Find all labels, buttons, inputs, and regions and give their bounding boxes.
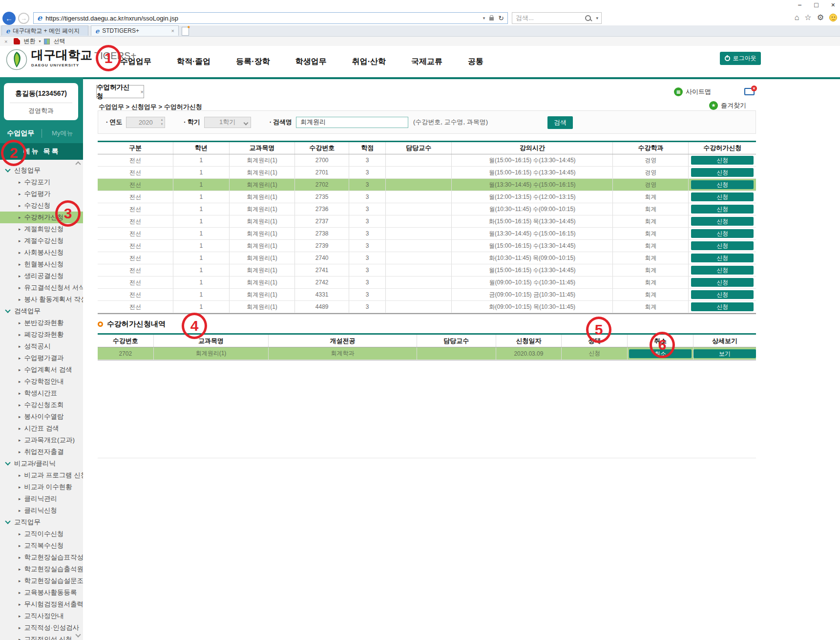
apply-button[interactable]: 신청 bbox=[691, 217, 754, 226]
apply-button[interactable]: 신청 bbox=[691, 180, 754, 189]
apply-button[interactable]: 신청 bbox=[691, 229, 754, 238]
table-row[interactable]: 2702회계원리(1)회계학과2020.03.09신청취소보기 bbox=[98, 347, 756, 360]
table-row[interactable]: 전선1회계원리(1)27423월(09:00~10:15) 수(10:30~11… bbox=[98, 277, 756, 289]
menu-item[interactable]: ▸교직사정안내 bbox=[0, 610, 83, 622]
menu-group[interactable]: 검색업무 bbox=[0, 305, 83, 317]
tab-close-icon[interactable]: × bbox=[171, 28, 174, 34]
browser-search-box[interactable]: 검색... ▾ bbox=[512, 12, 602, 24]
menu-item[interactable]: ▸학생시간표 bbox=[0, 387, 83, 399]
apply-button[interactable]: 신청 bbox=[691, 302, 754, 311]
select-button[interactable]: 선택 bbox=[53, 37, 65, 45]
table-row[interactable]: 전선1회계원리(1)27403화(10:30~11:45) 목(09:00~10… bbox=[98, 252, 756, 264]
menu-item[interactable]: ▸헌혈봉사신청 bbox=[0, 258, 83, 270]
table-row[interactable]: 전선1회계원리(1)27353월(12:00~13:15) 수(12:00~13… bbox=[98, 191, 756, 203]
sidebar-tab-mymenu[interactable]: My메뉴 bbox=[42, 129, 84, 138]
search-button[interactable]: 검색 bbox=[547, 116, 573, 129]
menu-item[interactable]: ▸학교현장실습설문조사 bbox=[0, 575, 83, 587]
sidebar-tab-work[interactable]: 수업업무 bbox=[0, 129, 42, 138]
menu-item[interactable]: ▸유고결석신청서 서식 bbox=[0, 282, 83, 294]
apply-button[interactable]: 신청 bbox=[691, 192, 754, 201]
url-dropdown-icon[interactable]: ▾ bbox=[483, 16, 485, 21]
close-button[interactable]: × bbox=[831, 1, 835, 9]
logout-button[interactable]: 로그아웃 bbox=[720, 52, 761, 65]
menu-item[interactable]: ▸교직적성·인성검사 bbox=[0, 622, 83, 634]
search-icon[interactable] bbox=[585, 15, 591, 21]
page-tab[interactable]: 수업허가신청 × bbox=[96, 85, 144, 98]
term-select[interactable]: 1학기 bbox=[204, 117, 251, 128]
menu-item[interactable]: ▸수업평가결과 bbox=[0, 352, 83, 364]
table-row[interactable]: 전선1회계원리(1)44893화(09:00~10:15) 목(10:30~11… bbox=[98, 301, 756, 313]
menu-item[interactable]: ▸수업평가 bbox=[0, 188, 83, 200]
menu-item[interactable]: ▸계절수강신청 bbox=[0, 235, 83, 247]
menu-item[interactable]: ▸클리닉관리 bbox=[0, 493, 83, 505]
spinner-up-icon[interactable]: ▲ bbox=[160, 118, 163, 122]
table-row[interactable]: 전선1회계원리(1)27003월(15:00~16:15) 수(13:30~14… bbox=[98, 154, 756, 167]
table-row[interactable]: 전선1회계원리(1)27023월(13:30~14:45) 수(15:00~16… bbox=[98, 179, 756, 191]
table-row[interactable]: 전선1회계원리(1)27413월(15:00~16:15) 수(13:30~14… bbox=[98, 264, 756, 277]
menu-item[interactable]: ▸수강포기 bbox=[0, 176, 83, 188]
nav-item[interactable]: 국제교류 bbox=[411, 57, 442, 67]
menu-item[interactable]: ▸수업계획서 검색 bbox=[0, 364, 83, 376]
menu-item[interactable]: ▸비교과 이수현황 bbox=[0, 481, 83, 493]
menu-item[interactable]: ▸수강신청조회 bbox=[0, 399, 83, 411]
menu-item[interactable]: ▸봉사 활동계획서 작성 bbox=[0, 294, 83, 305]
apply-button[interactable]: 신청 bbox=[691, 156, 754, 165]
menu-item[interactable]: ▸학교현장실습표작성 bbox=[0, 552, 83, 563]
menu-item[interactable]: ▸학교현장실습출석원 bbox=[0, 563, 83, 575]
menu-item[interactable]: ▸클리닉신청 bbox=[0, 505, 83, 516]
menu-item[interactable]: ▸시간표 검색 bbox=[0, 423, 83, 434]
table-row[interactable]: 전선1회계원리(1)27393월(15:00~16:15) 수(13:30~14… bbox=[98, 240, 756, 252]
menu-item[interactable]: ▸분반강좌현황 bbox=[0, 317, 83, 329]
table-row[interactable]: 전선1회계원리(1)43313금(09:00~10:15) 금(10:30~11… bbox=[98, 289, 756, 301]
apply-button[interactable]: 신청 bbox=[691, 205, 754, 213]
home-icon[interactable]: ⌂ bbox=[795, 13, 799, 22]
menu-item[interactable]: ▸생리공결신청 bbox=[0, 270, 83, 282]
addon-close-icon[interactable]: × bbox=[4, 39, 7, 44]
nav-item[interactable]: 취업·산학 bbox=[352, 57, 386, 67]
menu-item[interactable]: ▸비교과 프로그램 신청 bbox=[0, 469, 83, 481]
menu-item[interactable]: ▸수강허가신청 bbox=[0, 212, 83, 223]
settings-gear-icon[interactable]: ⚙ bbox=[817, 13, 824, 22]
convert-button[interactable]: 변환 bbox=[23, 37, 35, 45]
menu-item[interactable]: ▸수강학점안내 bbox=[0, 376, 83, 387]
apply-button[interactable]: 신청 bbox=[691, 254, 754, 262]
sitemap-button[interactable]: ▦ 사이트맵 bbox=[674, 87, 711, 96]
table-row[interactable]: 전선1회계원리(1)27373화(15:00~16:15) 목(13:30~14… bbox=[98, 215, 756, 228]
page-tab-close-icon[interactable]: × bbox=[141, 89, 144, 95]
apply-button[interactable]: 신청 bbox=[691, 290, 754, 299]
table-row[interactable]: 전선1회계원리(1)27013월(15:00~16:15) 수(13:30~14… bbox=[98, 167, 756, 179]
search-dropdown-icon[interactable]: ▾ bbox=[596, 16, 598, 21]
table-row[interactable]: 전선1회계원리(1)27383월(13:30~14:45) 수(15:00~16… bbox=[98, 228, 756, 240]
menu-item[interactable]: ▸교육봉사활동등록 bbox=[0, 587, 83, 598]
apply-button[interactable]: 신청 bbox=[691, 168, 754, 177]
course-search-input[interactable]: 회계원리 bbox=[296, 117, 408, 128]
menu-group[interactable]: 비교과/클리닉 bbox=[0, 458, 83, 469]
close-all-tabs-icon[interactable]: × bbox=[744, 88, 755, 95]
menu-item[interactable]: ▸수강신청 bbox=[0, 200, 83, 212]
nav-item[interactable]: 등록·장학 bbox=[236, 57, 270, 67]
apply-button[interactable]: 신청 bbox=[691, 241, 754, 250]
url-text[interactable]: https://tigersstd.daegu.ac.kr/nxrun/ssoL… bbox=[45, 15, 178, 22]
menu-item[interactable]: ▸사회봉사신청 bbox=[0, 247, 83, 258]
url-bar[interactable]: e https://tigersstd.daegu.ac.kr/nxrun/ss… bbox=[33, 12, 508, 24]
favorites-icon[interactable]: ☆ bbox=[804, 13, 811, 22]
menu-item[interactable]: ▸취업전자출결 bbox=[0, 446, 83, 458]
smiley-addon-icon[interactable] bbox=[829, 14, 837, 21]
menu-item[interactable]: ▸계절희망신청 bbox=[0, 223, 83, 235]
forward-button[interactable]: → bbox=[18, 13, 29, 24]
minimize-button[interactable]: − bbox=[798, 1, 801, 9]
nav-item[interactable]: 학적·졸업 bbox=[177, 57, 210, 67]
menu-item[interactable]: ▸폐강강좌현황 bbox=[0, 329, 83, 341]
menu-item[interactable]: ▸교직적인성 신청 bbox=[0, 634, 83, 640]
menu-item[interactable]: ▸교직이수신청 bbox=[0, 528, 83, 540]
favorite-button[interactable]: ★ 즐겨찾기 bbox=[709, 101, 746, 110]
menu-item[interactable]: ▸무시험검정원서출력 bbox=[0, 598, 83, 610]
logo[interactable]: 대구대학교TIGERS+ DAEGU UNIVERSITY bbox=[6, 49, 136, 70]
year-spinner[interactable]: 2020 ▲ ▼ bbox=[126, 117, 165, 128]
nav-item[interactable]: 수업업무 bbox=[120, 57, 151, 67]
menu-item[interactable]: ▸교과목개요(교과) bbox=[0, 434, 83, 446]
view-button[interactable]: 보기 bbox=[693, 349, 756, 358]
menu-group[interactable]: 교직업무 bbox=[0, 516, 83, 528]
menu-group[interactable]: 신청업무 bbox=[0, 165, 83, 176]
new-tab-button[interactable] bbox=[182, 27, 189, 36]
